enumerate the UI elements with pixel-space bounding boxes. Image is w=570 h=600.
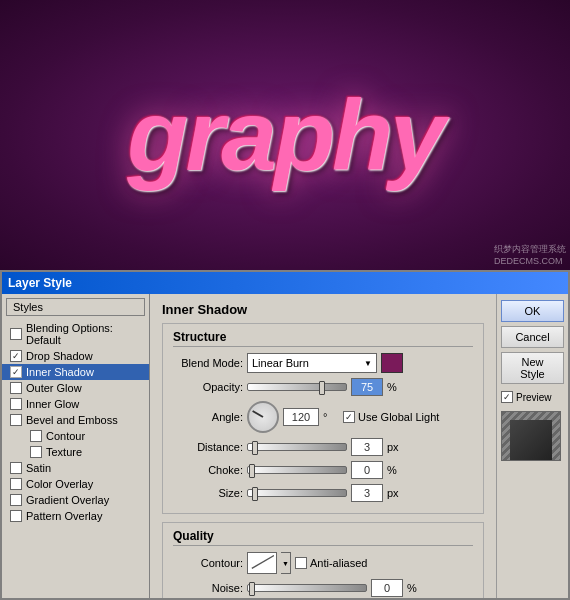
style-item-color-overlay[interactable]: Color Overlay xyxy=(2,476,149,492)
style-item-texture[interactable]: Texture xyxy=(2,444,149,460)
style-item-outer-glow[interactable]: Outer Glow xyxy=(2,380,149,396)
style-item-inner-shadow[interactable]: Inner Shadow xyxy=(2,364,149,380)
angle-unit: ° xyxy=(323,411,339,423)
satin-checkbox[interactable] xyxy=(10,462,22,474)
preview-box xyxy=(501,411,561,461)
canvas-text: graphy xyxy=(127,78,442,193)
cancel-button[interactable]: Cancel xyxy=(501,326,564,348)
style-item-pattern-overlay[interactable]: Pattern Overlay xyxy=(2,508,149,524)
size-slider-container: px xyxy=(247,484,473,502)
contour-control: ▼ Anti-aliased xyxy=(247,552,367,574)
noise-slider-container: % xyxy=(247,579,473,597)
noise-row: Noise: % xyxy=(173,579,473,597)
contour-dropdown-arrow[interactable]: ▼ xyxy=(281,552,291,574)
noise-slider[interactable] xyxy=(247,584,367,592)
color-overlay-label: Color Overlay xyxy=(26,478,93,490)
noise-unit: % xyxy=(407,582,423,594)
dialog-title: Layer Style xyxy=(8,276,72,290)
distance-slider[interactable] xyxy=(247,443,347,451)
distance-label: Distance: xyxy=(173,441,243,453)
dialog-body: Styles Blending Options: Default Drop Sh… xyxy=(2,294,568,598)
choke-slider-thumb[interactable] xyxy=(249,464,255,478)
dialog-titlebar: Layer Style xyxy=(2,272,568,294)
contour-thumbnail[interactable] xyxy=(247,552,277,574)
blend-mode-dropdown[interactable]: Linear Burn ▼ xyxy=(247,353,377,373)
size-slider-thumb[interactable] xyxy=(252,487,258,501)
structure-title: Structure xyxy=(173,330,473,347)
texture-checkbox[interactable] xyxy=(30,446,42,458)
anti-aliased-checkbox[interactable] xyxy=(295,557,307,569)
outer-glow-label: Outer Glow xyxy=(26,382,82,394)
drop-shadow-checkbox[interactable] xyxy=(10,350,22,362)
gradient-overlay-checkbox[interactable] xyxy=(10,494,22,506)
styles-panel: Styles Blending Options: Default Drop Sh… xyxy=(2,294,150,598)
color-overlay-checkbox[interactable] xyxy=(10,478,22,490)
blending-checkbox[interactable] xyxy=(10,328,22,340)
layer-style-dialog: Layer Style Styles Blending Options: Def… xyxy=(0,270,570,600)
style-item-gradient-overlay[interactable]: Gradient Overlay xyxy=(2,492,149,508)
angle-dial[interactable] xyxy=(247,401,279,433)
style-item-contour[interactable]: Contour xyxy=(2,428,149,444)
style-item-satin[interactable]: Satin xyxy=(2,460,149,476)
contour-row-label: Contour: xyxy=(173,557,243,569)
canvas-preview: graphy 织梦内容管理系统 DEDECMS.COM xyxy=(0,0,570,270)
contour-checkbox[interactable] xyxy=(30,430,42,442)
styles-header[interactable]: Styles xyxy=(6,298,145,316)
distance-input[interactable] xyxy=(351,438,383,456)
preview-label: Preview xyxy=(516,392,552,403)
choke-unit: % xyxy=(387,464,403,476)
new-style-button[interactable]: New Style xyxy=(501,352,564,384)
style-item-drop-shadow[interactable]: Drop Shadow xyxy=(2,348,149,364)
choke-row: Choke: % xyxy=(173,461,473,479)
angle-needle-icon xyxy=(252,410,263,418)
angle-input[interactable] xyxy=(283,408,319,426)
contour-label: Contour xyxy=(46,430,85,442)
quality-title: Quality xyxy=(173,529,473,546)
inner-shadow-label: Inner Shadow xyxy=(26,366,94,378)
style-item-inner-glow[interactable]: Inner Glow xyxy=(2,396,149,412)
bevel-emboss-label: Bevel and Emboss xyxy=(26,414,118,426)
blend-mode-row: Blend Mode: Linear Burn ▼ xyxy=(173,353,473,373)
anti-aliased-text: Anti-aliased xyxy=(310,557,367,569)
global-light-checkbox[interactable] xyxy=(343,411,355,423)
blend-color-swatch[interactable] xyxy=(381,353,403,373)
section-title: Inner Shadow xyxy=(162,302,484,317)
size-unit: px xyxy=(387,487,403,499)
satin-label: Satin xyxy=(26,462,51,474)
noise-slider-thumb[interactable] xyxy=(249,582,255,596)
opacity-slider[interactable] xyxy=(247,383,347,391)
opacity-slider-container: % xyxy=(247,378,473,396)
outer-glow-checkbox[interactable] xyxy=(10,382,22,394)
preview-toggle[interactable]: Preview xyxy=(501,391,564,403)
inner-shadow-checkbox[interactable] xyxy=(10,366,22,378)
size-row: Size: px xyxy=(173,484,473,502)
distance-slider-thumb[interactable] xyxy=(252,441,258,455)
size-slider[interactable] xyxy=(247,489,347,497)
ok-button[interactable]: OK xyxy=(501,300,564,322)
choke-slider[interactable] xyxy=(247,466,347,474)
opacity-unit: % xyxy=(387,381,403,393)
choke-input[interactable] xyxy=(351,461,383,479)
preview-checkbox[interactable] xyxy=(501,391,513,403)
structure-section: Structure Blend Mode: Linear Burn ▼ Opac… xyxy=(162,323,484,514)
style-item-bevel-emboss[interactable]: Bevel and Emboss xyxy=(2,412,149,428)
opacity-row: Opacity: % xyxy=(173,378,473,396)
inner-glow-checkbox[interactable] xyxy=(10,398,22,410)
blending-label: Blending Options: Default xyxy=(26,322,141,346)
global-light-text: Use Global Light xyxy=(358,411,439,423)
bevel-emboss-checkbox[interactable] xyxy=(10,414,22,426)
distance-unit: px xyxy=(387,441,403,453)
watermark: 织梦内容管理系统 DEDECMS.COM xyxy=(494,243,566,266)
opacity-label: Opacity: xyxy=(173,381,243,393)
noise-label: Noise: xyxy=(173,582,243,594)
opacity-input[interactable] xyxy=(351,378,383,396)
noise-input[interactable] xyxy=(371,579,403,597)
pattern-overlay-checkbox[interactable] xyxy=(10,510,22,522)
size-input[interactable] xyxy=(351,484,383,502)
opacity-slider-thumb[interactable] xyxy=(319,381,325,395)
global-light-label[interactable]: Use Global Light xyxy=(343,411,439,423)
style-item-blending[interactable]: Blending Options: Default xyxy=(2,320,149,348)
pattern-overlay-label: Pattern Overlay xyxy=(26,510,102,522)
distance-row: Distance: px xyxy=(173,438,473,456)
anti-aliased-label[interactable]: Anti-aliased xyxy=(295,557,367,569)
